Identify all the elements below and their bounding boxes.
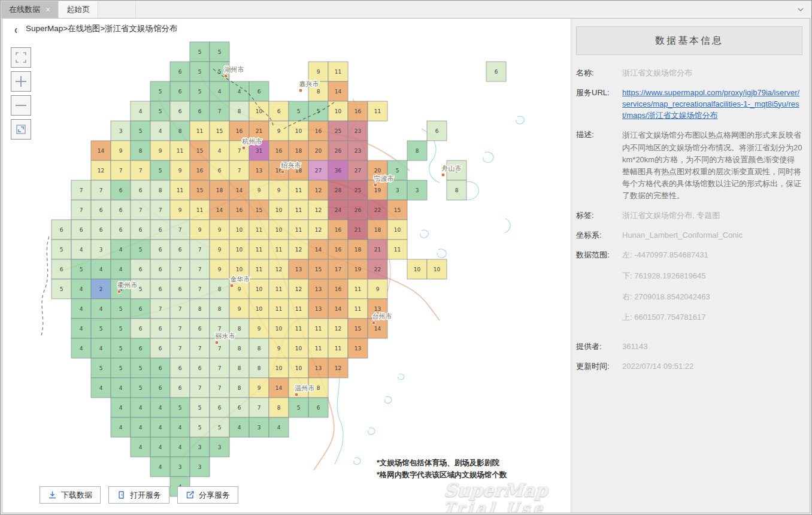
grid-cell-count: 8 xyxy=(178,128,182,134)
grid-cell-count: 16 xyxy=(315,128,322,134)
grid-cell-count: 15 xyxy=(355,326,361,332)
city-label: 湖州市 xyxy=(224,66,244,74)
grid-cell-count: 5 xyxy=(159,108,162,114)
share-service-button[interactable]: 分享服务 xyxy=(177,486,238,504)
grid-cell-count: 7 xyxy=(198,385,202,391)
grid-cell-count: 10 xyxy=(256,286,263,292)
grid-cell-count: 21 xyxy=(256,128,262,134)
grid-cell-count: 7 xyxy=(238,168,241,174)
grid-cell-count: 7 xyxy=(178,306,182,312)
grid-cell-count: 7 xyxy=(198,247,202,253)
grid-cell-count: 4 xyxy=(218,148,222,154)
tab-start-page[interactable]: 起始页 xyxy=(58,1,98,18)
grid-cell-count: 15 xyxy=(196,148,203,154)
grid-cell-count: 4 xyxy=(159,128,162,134)
grid-cell-count: 9 xyxy=(277,128,281,134)
full-extent-button[interactable] xyxy=(11,119,31,140)
grid-cell-count: 7 xyxy=(159,306,162,312)
grid-cell-count: 7 xyxy=(218,385,222,391)
grid-cell-count: 14 xyxy=(374,326,381,332)
grid-cell-count: 13 xyxy=(355,346,361,352)
info-panel: 数据基本信息 名称: 浙江省文娱场馆分布 服务URL: https://www.… xyxy=(571,19,810,513)
grid-cell-count: 7 xyxy=(198,266,202,272)
grid-cell-count: 6 xyxy=(178,385,182,391)
grid-cell-count: 4 xyxy=(178,444,182,450)
grid-cell-count: 3 xyxy=(396,187,399,193)
grid-cell-count: 21 xyxy=(374,247,381,253)
grid-cell-count: 15 xyxy=(315,266,322,272)
zoom-out-button[interactable] xyxy=(11,95,31,116)
grid-cell-count: 4 xyxy=(139,108,143,114)
grid-cell-count: 7 xyxy=(119,168,123,174)
grid-cell-count: 6 xyxy=(139,306,143,312)
grid-cell-count: 5 xyxy=(60,286,63,292)
city-marker xyxy=(230,284,234,287)
range-bottom: 下: 761928.1926819645 xyxy=(622,271,802,282)
grid-cell-count: 18 xyxy=(355,247,362,253)
grid-cell-count: 11 xyxy=(355,306,361,312)
grid-cell-count: 12 xyxy=(98,168,104,174)
grid-cell-count: 4 xyxy=(277,425,281,431)
grid-cell-count: 4 xyxy=(119,405,123,411)
grid-cell-count: 8 xyxy=(257,365,261,371)
grid-cell-count: 10 xyxy=(236,247,243,253)
grid-cell-count: 11 xyxy=(275,286,282,292)
grid-cell-count: 5 xyxy=(218,49,222,55)
fullscreen-button[interactable] xyxy=(11,47,31,68)
field-updated: 更新时间: 2022/07/14 09:51:22 xyxy=(576,361,802,372)
grid-cell-count: 9 xyxy=(277,187,281,193)
grid-cell-count: 3 xyxy=(257,425,261,431)
grid-cell-count: 6 xyxy=(198,326,202,332)
field-provider: 提供者: 361143 xyxy=(576,341,802,353)
grid-cell-count: 5 xyxy=(139,247,143,253)
grid-cell-count: 3 xyxy=(218,444,222,450)
grid-cell-count: 19 xyxy=(374,187,381,193)
close-icon[interactable]: × xyxy=(46,5,50,14)
grid-cell-count: 5 xyxy=(159,89,162,95)
chevron-down-icon[interactable] xyxy=(796,6,805,13)
grid-cell-count: 5 xyxy=(198,69,202,75)
grid-cell-count: 4 xyxy=(119,425,123,431)
grid-cell-count: 11 xyxy=(177,148,183,154)
download-data-button[interactable]: 下载数据 xyxy=(40,486,101,504)
back-icon[interactable]: ‹ xyxy=(14,22,17,36)
grid-cell-count: 8 xyxy=(139,148,143,154)
grid-cell-count: 5 xyxy=(139,365,143,371)
field-name: 名称: 浙江省文娱场馆分布 xyxy=(576,68,802,79)
grid-cell-count: 8 xyxy=(238,365,241,371)
grid-cell-count: 4 xyxy=(159,444,162,450)
grid-cell-count: 12 xyxy=(335,326,341,332)
grid-cell-count: 9 xyxy=(257,187,261,193)
grid-cell-count: 11 xyxy=(196,207,203,213)
grid-cell-count: 7 xyxy=(238,148,241,154)
grid-cell-count: 7 xyxy=(257,405,261,411)
grid-cell-count: 9 xyxy=(218,227,222,233)
tab-online-data[interactable]: 在线数据 × xyxy=(1,1,58,18)
grid-cell-count: 11 xyxy=(295,187,302,193)
city-marker xyxy=(224,74,228,78)
service-url-link[interactable]: https://www.supermapol.com/proxy/igjb79i… xyxy=(622,87,802,122)
grid-cell-count: 6 xyxy=(139,227,143,233)
map-area[interactable]: 5565591165654468144566781065510161135481… xyxy=(2,39,571,513)
grid-cell-count: 10 xyxy=(256,306,263,312)
button-label: 分享服务 xyxy=(199,490,230,501)
footnote-line: *格网内数字代表该区域内文娱场馆个数 xyxy=(377,469,507,481)
grid-cell-count: 13 xyxy=(315,286,322,292)
grid-cell-count: 13 xyxy=(256,168,262,174)
grid-cell-count: 6 xyxy=(198,365,202,371)
grid-cell-count: 4 xyxy=(139,444,143,450)
grid-cell-count: 5 xyxy=(159,168,162,174)
city-marker xyxy=(441,173,445,177)
grid-cell-count: 6 xyxy=(159,326,162,332)
grid-cell-count: 7 xyxy=(139,168,143,174)
open-service-button[interactable]: 打开服务 xyxy=(108,486,169,504)
city-label: 衢州市 xyxy=(118,281,138,289)
map-footnotes: *文娱场馆包括体育场、剧场及影剧院 *格网内数字代表该区域内文娱场馆个数 xyxy=(377,457,507,481)
heat-grid-map[interactable]: 5565591165654468144566781065510161135481… xyxy=(2,39,569,513)
grid-cell-count: 8 xyxy=(416,148,419,154)
field-label: 服务URL: xyxy=(576,87,622,122)
grid-cell-count: 9 xyxy=(376,286,380,292)
grid-cell-count: 10 xyxy=(256,108,263,114)
zoom-in-button[interactable] xyxy=(11,71,31,92)
grid-cell-count: 10 xyxy=(335,108,342,114)
